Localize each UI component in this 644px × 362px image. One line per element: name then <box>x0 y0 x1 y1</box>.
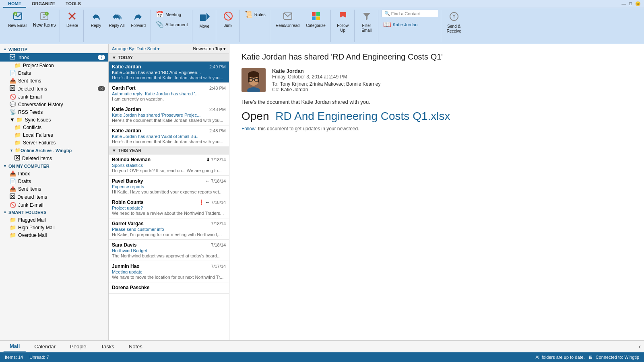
ribbon-group-junk: Junk <box>217 10 240 42</box>
address-book-button[interactable]: 📖 Katie Jordan <box>382 20 438 29</box>
nav-notes[interactable]: Notes <box>122 342 149 351</box>
sidebar-item-local-drafts[interactable]: 📄 Drafts <box>0 177 108 185</box>
ribbon-group-contacts: 🔍 📖 Katie Jordan <box>379 10 441 42</box>
local-junk-icon: 🚫 <box>10 202 16 208</box>
email-item-katie-1[interactable]: Katie Jordan 2:49 PM Katie Jordan has sh… <box>109 62 229 83</box>
sidebar-item-rss-feeds[interactable]: 📡 RSS Feeds <box>0 108 108 116</box>
sidebar-section-online-archive[interactable]: ▼ 📁 Online Archive - Wingtip <box>0 146 108 154</box>
email-item-sara[interactable]: Sara Davis 7/18/14 Northwind Budget The … <box>109 240 229 261</box>
sidebar-section-smart-folders[interactable]: ▼ SMART FOLDERS <box>0 209 108 216</box>
this-year-label: THIS YEAR <box>118 148 141 153</box>
email-list-scroll[interactable]: ▼ TODAY Katie Jordan 2:49 PM Katie Jorda… <box>109 54 229 340</box>
sidebar-item-conflicts[interactable]: 📁 Conflicts <box>0 123 108 131</box>
sidebar-section-computer[interactable]: ▼ ON MY COMPUTER <box>0 162 108 170</box>
follow-up-button[interactable]: FollowUp <box>334 10 352 35</box>
sidebar-item-flagged-mail[interactable]: 📁 Flagged Mail <box>0 216 108 224</box>
local-drafts-icon: 📄 <box>10 178 16 184</box>
email-preview-pavel: Hi Katie, Have you submitted your expens… <box>112 189 226 194</box>
forward-button[interactable]: Forward <box>128 10 148 30</box>
nav-tasks[interactable]: Tasks <box>95 342 121 351</box>
drafts-icon: 📄 <box>10 70 16 76</box>
local-deleted-icon <box>10 193 15 200</box>
sidebar-item-conversation-history[interactable]: 💬 Conversation History <box>0 101 108 108</box>
sidebar-item-drafts[interactable]: 📄 Drafts <box>0 69 108 77</box>
sort-label[interactable]: Arrange By: Date Sent ▾ <box>112 46 160 51</box>
ribbon-group-move: Move <box>193 10 216 42</box>
nav-expand-icon[interactable]: ‹ <box>639 343 641 350</box>
email-time-pavel: 7/18/14 <box>211 179 226 183</box>
email-item-junmin[interactable]: Junmin Hao 7/17/14 Meeting update We hav… <box>109 261 229 282</box>
email-body-text: Here's the document that Katie Jordan sh… <box>242 99 632 105</box>
read-unread-button[interactable]: Read/Unread <box>273 10 302 30</box>
filter-email-button[interactable]: FilterEmail <box>358 10 376 35</box>
sidebar-item-server-failures[interactable]: 📁 Server Failures <box>0 139 108 146</box>
sidebar-item-deleted-items[interactable]: Deleted Items 3 <box>0 84 108 93</box>
close-icon[interactable]: 😊 <box>635 1 641 6</box>
new-items-button[interactable]: + New Items <box>31 10 58 29</box>
sidebar-item-archive-deleted[interactable]: Deleted Items <box>0 154 108 162</box>
email-sender-pavel: Pavel Bansky <box>112 178 143 184</box>
sidebar-item-inbox[interactable]: Inbox 7 <box>0 53 108 62</box>
email-preview-garret: Hi Katie, I'm preparing for our meeting … <box>112 232 226 237</box>
minimize-icon[interactable]: — <box>621 1 626 6</box>
sidebar-item-local-inbox[interactable]: 📥 Inbox <box>0 170 108 177</box>
nav-mail[interactable]: Mail <box>3 341 26 352</box>
file-link[interactable]: RD And Engineering Costs Q1.xlsx <box>275 110 450 122</box>
sidebar-item-high-priority[interactable]: 📁 High Priority Mail <box>0 224 108 231</box>
reply-icon-pavel: ← <box>205 178 210 184</box>
sidebar-item-local-sent[interactable]: 📤 Sent Items <box>0 185 108 193</box>
junk-button[interactable]: Junk <box>219 10 237 30</box>
email-item-pavel[interactable]: Pavel Bansky ←7/18/14 Expense reports Hi… <box>109 176 229 197</box>
tab-home[interactable]: HOME <box>3 0 26 8</box>
sidebar-item-local-junk[interactable]: 🚫 Junk E-mail <box>0 201 108 209</box>
sidebar-item-overdue-mail[interactable]: 📁 Overdue Mail <box>0 231 108 239</box>
follow-text: this document to get updates in your new… <box>258 126 359 132</box>
sidebar-item-sync-issues[interactable]: ▼ 📁 Sync Issues <box>0 116 108 123</box>
follow-link[interactable]: Follow <box>242 126 256 132</box>
find-contact-input[interactable] <box>391 11 436 16</box>
tab-tools[interactable]: TOOLS <box>61 0 86 8</box>
rules-button[interactable]: 📜 Rules <box>243 10 267 19</box>
sidebar-item-local-failures[interactable]: 📁 Local Failures <box>0 131 108 139</box>
email-item-garret[interactable]: Garret Vargas 7/18/14 Please send custom… <box>109 218 229 240</box>
move-button[interactable]: Move <box>196 10 213 31</box>
reply-all-button[interactable]: Reply All <box>106 10 127 30</box>
send-receive-button[interactable]: Send &Receive <box>444 10 464 35</box>
inbox-label: Inbox <box>17 55 98 60</box>
email-item-garth[interactable]: Garth Fort 2:48 PM Automatic reply: Kati… <box>109 83 229 104</box>
ribbon-group-meeting: 📅 Meeting 📎 Attachment <box>152 10 192 42</box>
meeting-button[interactable]: 📅 Meeting <box>154 10 190 19</box>
email-follow: Follow this document to get updates in y… <box>242 126 632 132</box>
email-item-katie-2[interactable]: Katie Jordan 2:48 PM Katie Jordan has sh… <box>109 104 229 125</box>
new-email-label: New Email <box>8 23 27 28</box>
tab-organize[interactable]: ORGANIZE <box>27 0 60 8</box>
email-item-dorena[interactable]: Dorena Paschke <box>109 282 229 294</box>
maximize-icon[interactable]: □ <box>629 1 632 6</box>
reply-button[interactable]: Reply <box>87 10 105 30</box>
nav-calendar[interactable]: Calendar <box>28 342 62 351</box>
email-sender-katie-1: Katie Jordan <box>112 64 141 70</box>
sidebar-item-project-falcon[interactable]: 📁 Project Falcon <box>0 62 108 69</box>
priority-icon-robin: ❗ <box>198 200 204 205</box>
sidebar-section-wingtip[interactable]: ▼ WINGTIP <box>0 46 108 53</box>
deleted-items-label: Deleted Items <box>17 86 98 92</box>
email-sender-dorena: Dorena Paschke <box>112 285 149 290</box>
sidebar-item-sent-items[interactable]: 📤 Sent Items <box>0 77 108 84</box>
sidebar-item-local-deleted[interactable]: Deleted Items <box>0 193 108 201</box>
svg-rect-17 <box>316 12 320 16</box>
new-email-button[interactable]: + New Email <box>6 10 30 30</box>
email-item-katie-3[interactable]: Katie Jordan 2:48 PM Katie Jordan has sh… <box>109 125 229 147</box>
email-item-belinda[interactable]: Belinda Newman ⬇7/18/14 Sports statistic… <box>109 154 229 176</box>
email-preview-junmin: We have to move the location for our nex… <box>112 275 226 280</box>
sort-order[interactable]: Newest on Top ▾ <box>193 46 226 51</box>
attachment-button[interactable]: 📎 Attachment <box>154 20 190 29</box>
conflicts-label: Conflicts <box>23 125 105 130</box>
categorize-button[interactable]: Categorize <box>303 10 328 30</box>
online-archive-arrow: ▼ <box>10 148 13 152</box>
address-book-label: Katie Jordan <box>393 22 418 27</box>
nav-people[interactable]: People <box>64 342 93 351</box>
sidebar-item-junk-email[interactable]: 🚫 Junk Email <box>0 93 108 101</box>
delete-button[interactable]: Delete <box>63 10 81 30</box>
email-item-robin[interactable]: Robin Counts ❗←7/18/14 Project update? W… <box>109 197 229 218</box>
email-preview-garth: I am currently on vacation. <box>112 97 226 101</box>
